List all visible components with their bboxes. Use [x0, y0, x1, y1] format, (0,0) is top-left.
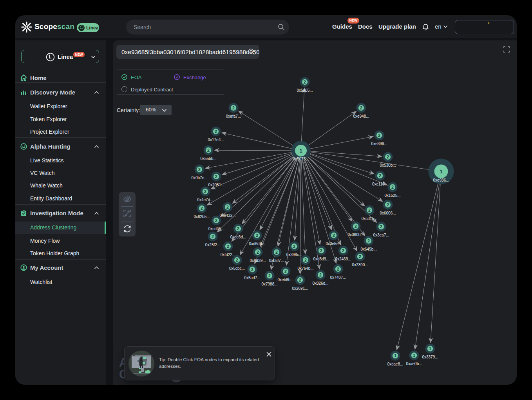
svg-text:2: 2 [391, 185, 394, 189]
svg-text:2: 2 [368, 208, 371, 213]
svg-text:2: 2 [207, 148, 210, 153]
svg-text:2: 2 [226, 205, 229, 209]
svg-text:0xd8d9...: 0xd8d9... [313, 257, 329, 261]
svg-text:0x4e7d...: 0x4e7d... [197, 198, 213, 202]
svg-text:0x4d39...: 0x4d39... [250, 258, 266, 263]
svg-text:2: 2 [215, 129, 217, 134]
svg-text:0x530b...: 0x530b... [380, 163, 396, 167]
svg-text:2: 2 [284, 269, 287, 274]
svg-text:2: 2 [379, 173, 381, 178]
svg-text:0x5cbc...: 0x5cbc... [229, 266, 245, 271]
svg-text:0xfd22...: 0xfd22... [221, 253, 235, 257]
svg-text:2: 2 [387, 155, 389, 159]
svg-text:2: 2 [387, 202, 389, 207]
svg-text:2: 2 [215, 174, 217, 179]
svg-text:2: 2 [337, 267, 339, 271]
svg-text:0xe399...: 0xe399... [371, 142, 387, 146]
svg-text:0x6006...: 0x6006... [380, 211, 396, 215]
svg-text:1: 1 [440, 169, 442, 175]
svg-text:0x7487...: 0x7487... [330, 275, 346, 280]
svg-text:2: 2 [304, 258, 307, 262]
svg-text:0xd6dd...: 0xd6dd... [249, 242, 265, 246]
svg-text:0xb5f7...: 0xb5f7... [269, 258, 284, 263]
svg-text:0x25f2...: 0x25f2... [205, 243, 220, 247]
svg-text:0x0b7e...: 0x0b7e... [191, 176, 207, 180]
svg-text:0xae0b...: 0xae0b... [406, 362, 422, 366]
svg-text:2: 2 [359, 254, 361, 259]
svg-text:1: 1 [394, 353, 396, 358]
svg-text:0x5075...: 0x5075... [293, 157, 309, 161]
svg-text:2: 2 [360, 105, 362, 110]
svg-text:0xce8d...: 0xce8d... [230, 235, 246, 239]
svg-text:0x62b5...: 0x62b5... [194, 215, 210, 219]
svg-text:0x764b...: 0x764b... [297, 266, 313, 271]
svg-text:0x6432...: 0x6432... [219, 213, 235, 218]
svg-text:2: 2 [304, 80, 306, 84]
svg-text:0x7988...: 0x7988... [261, 282, 277, 286]
svg-text:0x5abb...: 0x5abb... [200, 156, 216, 161]
svg-text:0x2051...: 0x2051... [208, 183, 224, 187]
svg-text:2: 2 [198, 167, 201, 172]
svg-text:0xcd45...: 0xcd45... [208, 227, 224, 231]
svg-text:0x645b...: 0x645b... [360, 247, 376, 251]
svg-text:2: 2 [378, 133, 380, 138]
svg-text:0x2390...: 0x2390... [352, 263, 368, 267]
svg-text:0x3379...: 0x3379... [422, 355, 438, 359]
svg-text:0x3ea7...: 0x3ea7... [373, 233, 389, 237]
svg-text:0xeb8b...: 0xeb8b... [277, 278, 293, 282]
svg-text:2: 2 [256, 233, 258, 238]
svg-text:0xc116...: 0xc116... [372, 182, 388, 186]
svg-text:0x5ad7...: 0x5ad7... [244, 276, 260, 280]
svg-text:0xcd15...: 0xcd15... [362, 216, 378, 221]
svg-text:0xafa7...: 0xafa7... [226, 114, 241, 118]
svg-text:2: 2 [232, 105, 235, 110]
svg-text:0x360b...: 0x360b... [347, 233, 364, 237]
svg-text:2: 2 [237, 226, 239, 231]
svg-text:0x1525...: 0x1525... [384, 193, 400, 198]
svg-text:0x2691...: 0x2691... [292, 286, 308, 291]
svg-text:2: 2 [355, 224, 357, 229]
svg-text:2: 2 [275, 250, 278, 255]
svg-text:2: 2 [333, 233, 335, 238]
svg-text:2: 2 [320, 248, 322, 253]
svg-text:2: 2 [257, 250, 259, 255]
svg-text:2: 2 [212, 234, 214, 239]
svg-text:0xe936...: 0xe936... [433, 178, 449, 182]
svg-text:2: 2 [251, 267, 253, 272]
svg-text:2: 2 [204, 189, 206, 194]
svg-text:2: 2 [201, 206, 203, 211]
svg-text:0x2469...: 0x2469... [335, 257, 351, 261]
svg-text:1: 1 [413, 353, 415, 358]
svg-text:2: 2 [380, 224, 382, 229]
svg-text:0x17e4...: 0x17e4... [208, 138, 224, 142]
svg-text:0x398c...: 0x398c... [286, 253, 302, 257]
svg-text:0xcae8...: 0xcae8... [387, 362, 404, 366]
svg-text:2: 2 [367, 238, 370, 243]
svg-text:0xe948...: 0xe948... [353, 114, 369, 118]
svg-text:0x826d...: 0x826d... [312, 281, 328, 285]
svg-text:2: 2 [268, 273, 271, 278]
svg-text:2: 2 [293, 244, 295, 249]
svg-text:2: 2 [236, 258, 238, 262]
svg-text:0x3e5e...: 0x3e5e... [326, 242, 342, 246]
svg-text:2: 2 [215, 218, 217, 223]
svg-text:2: 2 [299, 278, 301, 282]
svg-text:1: 1 [299, 148, 302, 154]
svg-text:2: 2 [227, 244, 229, 249]
svg-text:1: 1 [429, 346, 431, 351]
svg-text:0x5a05...: 0x5a05... [297, 88, 313, 93]
svg-text:2: 2 [319, 273, 322, 277]
svg-text:2: 2 [342, 248, 344, 253]
